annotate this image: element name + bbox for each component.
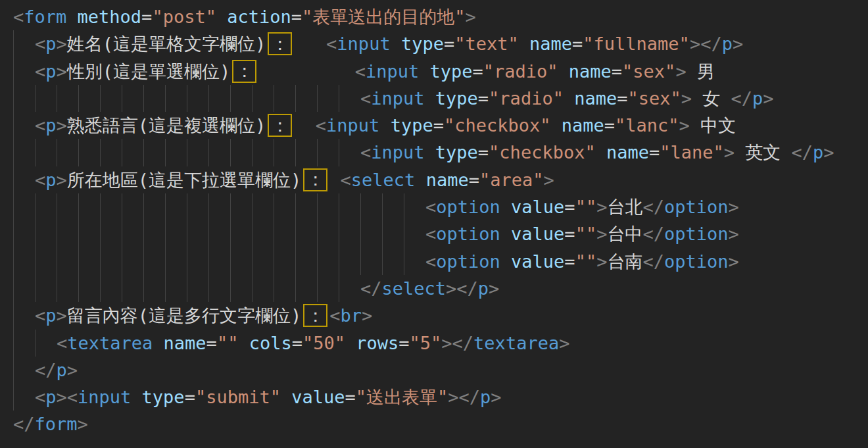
token-operator: = <box>649 139 660 166</box>
token-string: "checkbox" <box>489 139 596 166</box>
token-tag-name: form <box>35 411 78 437</box>
token-text <box>345 330 356 357</box>
unicode-highlight-colon: ： <box>232 60 256 83</box>
code-line: <option value="">台北</option> <box>13 193 868 220</box>
token-tag-name: p <box>45 166 56 193</box>
code-line: <p>熟悉語言(這是複選欄位)： <input type="checkbox" … <box>13 112 868 139</box>
token-punctuation: </ <box>13 411 35 437</box>
token-tag-name: input <box>78 384 131 411</box>
token-attribute-name: name <box>164 330 206 357</box>
token-punctuation: </ <box>642 220 664 247</box>
token-punctuation: < <box>326 30 337 57</box>
token-operator: = <box>564 248 575 275</box>
indent-guides <box>13 357 35 384</box>
token-tag-name: p <box>45 58 56 85</box>
token-punctuation: > <box>491 384 501 411</box>
token-string: "送出表單" <box>356 384 448 411</box>
token-punctuation: < <box>425 193 436 220</box>
code-line: <option value="">台南</option> <box>13 248 868 275</box>
token-operator: = <box>292 330 302 357</box>
token-string: "5" <box>410 330 442 357</box>
code-line: <form method="post" action="表單送出的目的地"> <box>13 3 868 30</box>
token-text <box>66 3 77 30</box>
token-text <box>419 58 429 85</box>
token-punctuation: ></ <box>448 384 480 411</box>
token-text <box>294 112 316 139</box>
indent-guides <box>13 248 425 275</box>
token-string: "fullname" <box>583 30 690 57</box>
token-punctuation: > <box>728 248 738 275</box>
token-attribute-name: rows <box>356 330 398 357</box>
code-line: <option value="">台中</option> <box>13 220 868 247</box>
token-text <box>379 112 390 139</box>
code-editor[interactable]: <form method="post" action="表單送出的目的地"><p… <box>0 0 868 448</box>
token-attribute-name: value <box>511 220 564 247</box>
token-text: 女 <box>692 85 731 112</box>
token-punctuation: > <box>57 58 67 85</box>
token-text <box>329 166 340 193</box>
token-tag-name: p <box>722 30 733 57</box>
token-punctuation: < <box>35 112 45 139</box>
token-punctuation: > <box>679 112 690 139</box>
token-punctuation: > <box>559 330 569 357</box>
token-text: 所在地區(這是下拉選單欄位) <box>67 166 302 193</box>
token-tag-name: input <box>371 139 424 166</box>
token-punctuation: </ <box>35 357 57 384</box>
token-punctuation: > <box>724 139 735 166</box>
token-operator: = <box>564 220 575 247</box>
token-operator: = <box>444 30 454 57</box>
token-text <box>281 384 291 411</box>
token-attribute-name: value <box>511 193 564 220</box>
indent-guides <box>13 275 360 302</box>
token-tag-name: textarea <box>67 330 153 357</box>
token-string: "sex" <box>627 85 681 112</box>
indent-guides <box>13 30 35 57</box>
token-punctuation: < <box>35 384 45 411</box>
token-punctuation: < <box>341 166 351 193</box>
token-text <box>425 85 435 112</box>
token-punctuation: < <box>35 166 45 193</box>
token-attribute-name: value <box>511 248 564 275</box>
token-string: "radio" <box>483 58 558 85</box>
token-operator: = <box>478 85 489 112</box>
token-text: 姓名(這是單格文字欄位) <box>67 30 266 57</box>
token-punctuation: < <box>360 139 371 166</box>
token-punctuation: > <box>466 3 476 30</box>
token-operator: = <box>472 58 483 85</box>
code-line: <p>留言內容(這是多行文字欄位)：<br> <box>13 302 868 329</box>
code-line: </p> <box>13 357 868 384</box>
code-line: <p>性別(這是單選欄位)： <input type="radio" name=… <box>13 58 868 85</box>
token-tag-name: select <box>351 166 416 193</box>
token-punctuation: > <box>57 112 67 139</box>
unicode-highlight-colon: ： <box>303 304 327 327</box>
token-text <box>153 330 163 357</box>
token-attribute-name: name <box>606 139 649 166</box>
token-text <box>425 139 435 166</box>
token-text: 留言內容(這是多行文字欄位) <box>67 302 302 329</box>
token-punctuation: > <box>733 30 743 57</box>
token-punctuation: < <box>360 85 371 112</box>
token-operator: = <box>604 112 615 139</box>
token-attribute-name: action <box>227 3 291 30</box>
token-text <box>564 85 574 112</box>
token-string: "sex" <box>622 58 675 85</box>
code-line: </form> <box>13 411 868 437</box>
token-tag-name: p <box>752 85 763 112</box>
token-punctuation: ></ <box>446 275 478 302</box>
token-punctuation: </ <box>642 193 664 220</box>
token-string: "radio" <box>489 85 564 112</box>
token-tag-name: p <box>480 384 491 411</box>
indent-guides <box>13 384 35 411</box>
unicode-highlight-colon: ： <box>268 114 292 137</box>
token-punctuation: > <box>596 220 607 247</box>
token-string: "" <box>575 248 597 275</box>
token-string: "lane" <box>660 139 724 166</box>
token-tag-name: option <box>436 193 500 220</box>
token-punctuation: </ <box>792 139 813 166</box>
unicode-highlight-colon: ： <box>303 168 327 191</box>
code-line: <input type="radio" name="sex"> 女 </p> <box>13 85 868 112</box>
token-text <box>500 248 511 275</box>
token-text <box>391 30 401 57</box>
token-punctuation: < <box>13 3 24 30</box>
token-attribute-name: cols <box>249 330 292 357</box>
